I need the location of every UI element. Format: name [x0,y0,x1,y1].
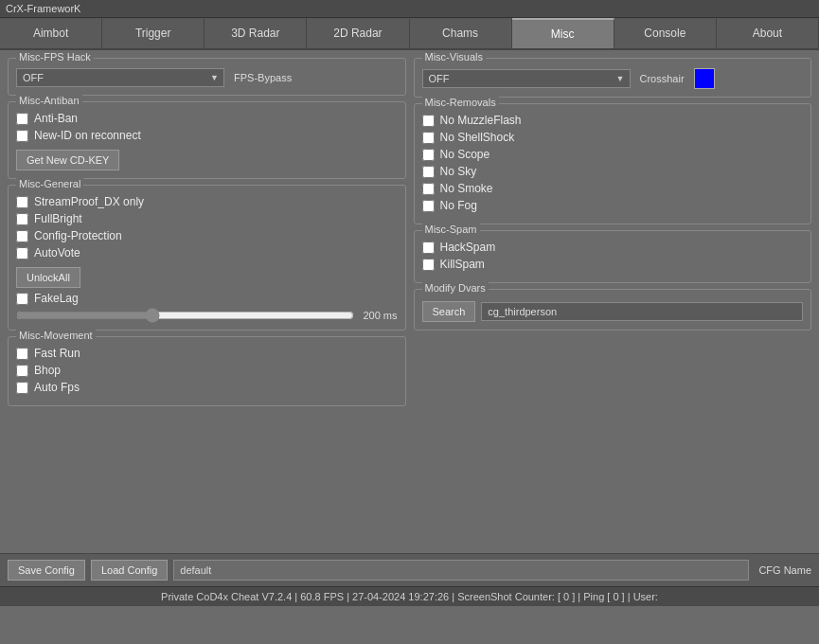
visuals-dropdown[interactable]: OFF ON [422,69,631,88]
autovote-checkbox[interactable] [16,247,28,259]
anti-ban-row: Anti-Ban [16,112,398,125]
misc-general-group: Misc-General StreamProof_DX only FullBri… [8,185,406,331]
config-protection-label: Config-Protection [34,229,122,242]
anti-ban-label: Anti-Ban [34,112,78,125]
tab-about[interactable]: About [717,18,819,48]
tab-trigger[interactable]: Trigger [102,18,205,48]
no-sky-row: No Sky [422,165,804,178]
no-smoke-label: No Smoke [440,182,493,195]
no-smoke-row: No Smoke [422,182,804,195]
bhop-label: Bhop [34,364,61,377]
fullbright-checkbox[interactable] [16,213,28,225]
misc-visuals-title: Misc-Visuals [422,51,487,63]
misc-general-content: StreamProof_DX only FullBright Config-Pr… [16,195,398,322]
fps-bypass-dropdown[interactable]: OFF ON [16,68,224,87]
bhop-checkbox[interactable] [16,365,28,377]
config-protection-row: Config-Protection [16,229,398,242]
tab-chams[interactable]: Chams [410,18,512,48]
misc-general-title: Misc-General [16,178,83,189]
visuals-dropdown-wrapper[interactable]: OFF ON [422,69,631,88]
tab-2d-radar[interactable]: 2D Radar [307,18,409,48]
misc-visuals-content: OFF ON Crosshair [422,68,804,89]
kill-spam-checkbox[interactable] [422,259,435,271]
misc-antiban-group: Misc-Antiban Anti-Ban New-ID on reconnec… [8,101,406,179]
get-cd-key-button[interactable]: Get New CD-KEY [16,150,119,170]
no-scope-label: No Scope [440,148,490,161]
no-fog-checkbox[interactable] [422,200,435,212]
no-fog-label: No Fog [440,199,477,212]
main-content: Misc-FPS Hack OFF ON FPS-Bypass Misc-Ant… [0,50,819,553]
cfg-name-input[interactable] [173,560,749,581]
cfg-name-label: CFG Name [758,564,811,576]
anti-ban-checkbox[interactable] [16,113,28,125]
tab-bar: Aimbot Trigger 3D Radar 2D Radar Chams M… [0,18,819,50]
modify-dvars-title: Modify Dvars [422,282,489,294]
crosshair-label: Crosshair [640,73,685,84]
new-id-row: New-ID on reconnect [16,129,398,142]
fullbright-row: FullBright [16,212,398,225]
fps-bypass-label: FPS-Bypass [234,72,292,83]
new-id-checkbox[interactable] [16,130,28,142]
left-column: Misc-FPS Hack OFF ON FPS-Bypass Misc-Ant… [8,58,406,546]
tab-3d-radar[interactable]: 3D Radar [205,18,307,48]
hack-spam-checkbox[interactable] [422,242,435,254]
dvars-input[interactable] [481,302,803,321]
no-scope-checkbox[interactable] [422,149,435,161]
misc-removals-group: Misc-Removals No MuzzleFlash No ShellSho… [414,103,812,224]
misc-antiban-content: Anti-Ban New-ID on reconnect Get New CD-… [16,112,398,170]
misc-antiban-title: Misc-Antiban [16,95,82,106]
misc-spam-group: Misc-Spam HackSpam KillSpam [414,230,812,283]
kill-spam-label: KillSpam [440,258,485,271]
status-text: Private CoD4x Cheat V7.2.4 | 60.8 FPS | … [161,591,658,602]
misc-removals-content: No MuzzleFlash No ShellShock No Scope No… [422,114,804,212]
misc-spam-title: Misc-Spam [422,224,480,235]
no-muzzle-flash-checkbox[interactable] [422,115,435,127]
tab-misc[interactable]: Misc [512,18,614,48]
autovote-label: AutoVote [34,246,80,259]
load-config-button[interactable]: Load Config [91,560,168,581]
no-shell-shock-label: No ShellShock [440,131,515,144]
no-muzzle-flash-row: No MuzzleFlash [422,114,804,127]
fast-run-label: Fast Run [34,347,80,360]
fps-hack-select-row: OFF ON FPS-Bypass [16,68,398,87]
fps-bypass-dropdown-wrapper[interactable]: OFF ON [16,68,224,87]
autovote-row: AutoVote [16,246,398,259]
search-button[interactable]: Search [422,301,476,322]
kill-spam-row: KillSpam [422,258,804,271]
auto-fps-label: Auto Fps [34,381,80,394]
fakelag-slider[interactable] [16,309,354,322]
fullbright-label: FullBright [34,212,82,225]
right-column: Misc-Visuals OFF ON Crosshair Misc-Remov… [414,58,812,546]
crosshair-color-box[interactable] [694,68,715,89]
misc-fps-hack-group: Misc-FPS Hack OFF ON FPS-Bypass [8,58,406,96]
fast-run-checkbox[interactable] [16,348,28,360]
streamproof-checkbox[interactable] [16,196,28,208]
config-protection-checkbox[interactable] [16,230,28,242]
visuals-select-row: OFF ON Crosshair [422,68,804,89]
fakelag-checkbox[interactable] [16,293,28,305]
streamproof-row: StreamProof_DX only [16,195,398,208]
no-fog-row: No Fog [422,199,804,212]
misc-movement-title: Misc-Movement [16,330,96,341]
no-sky-label: No Sky [440,165,477,178]
auto-fps-checkbox[interactable] [16,382,28,394]
hack-spam-label: HackSpam [440,241,496,254]
new-id-label: New-ID on reconnect [34,129,141,142]
no-smoke-checkbox[interactable] [422,183,435,195]
misc-spam-content: HackSpam KillSpam [422,241,804,271]
unlock-all-button[interactable]: UnlockAll [16,267,80,288]
auto-fps-row: Auto Fps [16,381,398,394]
tab-aimbot[interactable]: Aimbot [0,18,102,48]
misc-fps-hack-title: Misc-FPS Hack [16,51,94,63]
no-shell-shock-checkbox[interactable] [422,132,435,144]
fast-run-row: Fast Run [16,347,398,360]
tab-console[interactable]: Console [614,18,717,48]
fakelag-slider-row: 200 ms [16,309,398,322]
streamproof-label: StreamProof_DX only [34,195,144,208]
misc-visuals-group: Misc-Visuals OFF ON Crosshair [414,58,812,98]
misc-fps-hack-content: OFF ON FPS-Bypass [16,68,398,87]
save-config-button[interactable]: Save Config [8,560,85,581]
modify-dvars-content: Search [422,301,804,322]
no-sky-checkbox[interactable] [422,166,435,178]
misc-removals-title: Misc-Removals [422,97,499,108]
